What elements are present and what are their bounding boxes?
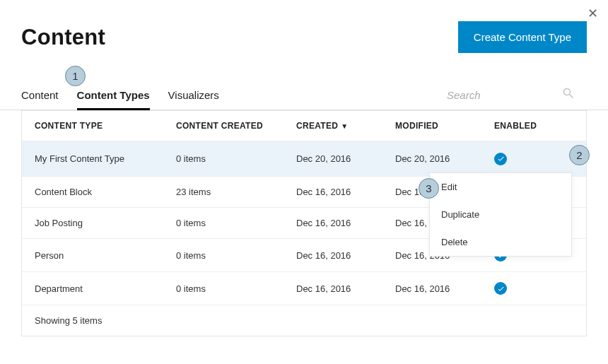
cell-enabled (494, 282, 565, 295)
step-badge-2: 2 (569, 145, 590, 165)
page-title: Content (21, 25, 105, 50)
cell-created: Dec 16, 2016 (296, 250, 395, 261)
col-created[interactable]: CREATED ▼ (296, 121, 395, 131)
step-badge-1: 1 (65, 66, 86, 86)
search-icon[interactable] (561, 86, 575, 103)
tab-content-types[interactable]: Content Types (77, 82, 150, 110)
step-badge-3: 3 (419, 178, 439, 199)
tab-visualizers[interactable]: Visualizers (168, 82, 219, 110)
cell-items: 23 items (176, 187, 296, 197)
create-content-type-button[interactable]: Create Content Type (458, 21, 587, 53)
tab-content[interactable]: Content (21, 82, 59, 110)
cell-modified: Dec 16, 2016 (395, 283, 494, 294)
cell-created: Dec 16, 2016 (296, 187, 395, 197)
col-content-type[interactable]: CONTENT TYPE (35, 121, 176, 131)
cell-created: Dec 16, 2016 (296, 283, 395, 294)
enabled-check-icon (494, 153, 507, 165)
cell-items: 0 items (176, 153, 296, 164)
col-enabled[interactable]: ENABLED (494, 121, 565, 131)
table-footer: Showing 5 items (22, 305, 586, 336)
cell-enabled (494, 153, 565, 165)
table-row[interactable]: Department0 itemsDec 16, 2016Dec 16, 201… (22, 272, 586, 305)
search-input[interactable] (445, 88, 554, 102)
cell-name: Department (35, 283, 176, 294)
cell-modified: Dec 20, 2016 (395, 153, 494, 164)
col-created-label: CREATED (296, 121, 338, 131)
cell-name: Person (35, 250, 176, 261)
sort-desc-icon: ▼ (341, 122, 348, 130)
ctx-duplicate[interactable]: Duplicate (430, 201, 571, 228)
close-icon[interactable]: ✕ (587, 7, 598, 20)
cell-created: Dec 16, 2016 (296, 218, 395, 228)
cell-name: My First Content Type (35, 153, 176, 164)
page-header: Content Create Content Type (0, 0, 608, 60)
ctx-edit[interactable]: Edit (430, 173, 571, 201)
cell-items: 0 items (176, 250, 296, 261)
row-context-menu: Edit Duplicate Delete (429, 172, 572, 257)
col-content-created[interactable]: CONTENT CREATED (176, 121, 296, 131)
ctx-delete[interactable]: Delete (430, 228, 571, 256)
search-wrap (445, 86, 587, 110)
cell-name: Content Block (35, 187, 176, 197)
cell-created: Dec 20, 2016 (296, 153, 395, 164)
enabled-check-icon (494, 282, 507, 295)
cell-name: Job Posting (35, 218, 176, 228)
cell-items: 0 items (176, 283, 296, 294)
table-row[interactable]: My First Content Type0 itemsDec 20, 2016… (22, 141, 586, 177)
table-header: CONTENT TYPE CONTENT CREATED CREATED ▼ M… (22, 110, 586, 141)
col-modified[interactable]: MODIFIED (395, 121, 494, 131)
tab-bar: Content Content Types Visualizers (0, 81, 608, 110)
cell-items: 0 items (176, 218, 296, 228)
